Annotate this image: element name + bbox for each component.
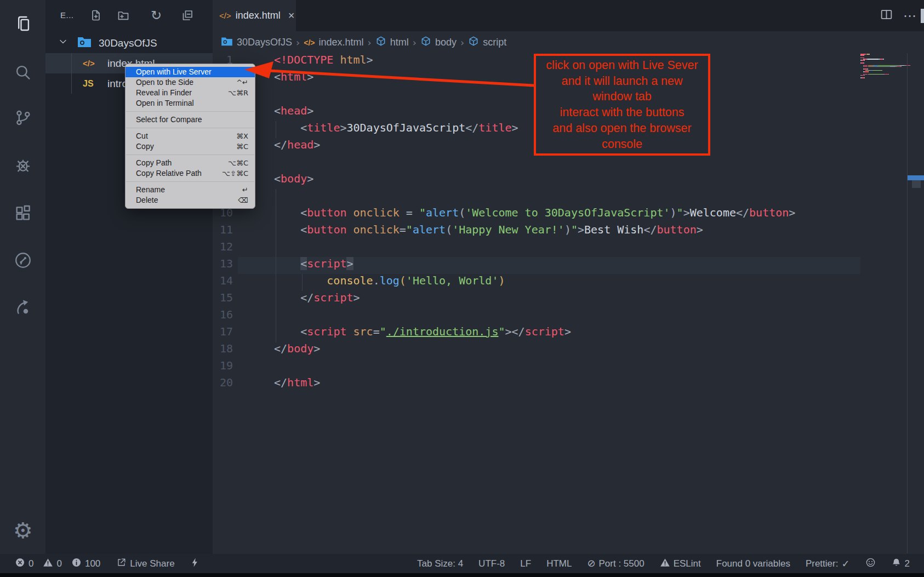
code-line-18[interactable]: 18</body> xyxy=(213,342,870,359)
overview-ruler-marker xyxy=(908,175,924,180)
annotation-text-line: window tab xyxy=(537,89,707,105)
code-line-17[interactable]: 17 <script src="./introduction.js"></scr… xyxy=(213,325,870,342)
context-menu-item-delete[interactable]: Delete⌫ xyxy=(126,195,255,205)
breadcrumb-separator: › xyxy=(413,37,417,48)
status-item-label: HTML xyxy=(546,558,572,569)
more-actions-icon[interactable]: ⋯ xyxy=(903,8,916,24)
code-line-13[interactable]: 13 <script> xyxy=(213,257,870,274)
refresh-icon[interactable]: ↻ xyxy=(149,8,164,23)
menu-separator xyxy=(126,111,254,112)
status-item-prettier-[interactable]: Prettier:✓ xyxy=(806,558,850,569)
menu-item-label: Copy xyxy=(136,141,154,152)
annotation-box: click on open with Live Severand it will… xyxy=(534,54,710,156)
status-item-label: 0 xyxy=(28,558,33,569)
code-line-15[interactable]: 15 </script> xyxy=(213,291,870,308)
breadcrumb-item-30DaysOfJS[interactable]: 30DaysOfJS xyxy=(221,36,292,49)
tab-index-html[interactable]: </> index.html × xyxy=(213,0,296,31)
context-menu-item-open-in-terminal[interactable]: Open in Terminal xyxy=(126,98,255,108)
explorer-title: E... xyxy=(60,10,74,20)
code-line-14[interactable]: 14 console.log('Hello, World') xyxy=(213,274,870,291)
status-bar: 00100Live Share Tab Size: 4UTF-8LFHTML⊘P… xyxy=(0,554,924,573)
status-item-live-share[interactable]: Live Share xyxy=(116,557,174,570)
context-menu-item-rename[interactable]: Rename↵ xyxy=(126,185,255,195)
split-editor-icon[interactable] xyxy=(880,8,893,24)
status-item-html[interactable]: HTML xyxy=(546,558,572,569)
minimap[interactable] xyxy=(860,54,904,79)
code-line-7[interactable]: 7 xyxy=(213,155,870,172)
code-text: </html> xyxy=(274,376,320,389)
live-share-icon[interactable] xyxy=(10,295,36,320)
status-item-label: Port : 5500 xyxy=(599,558,644,569)
breadcrumb-label: html xyxy=(390,37,409,48)
code-text: <title>30DaysOfJavaScript</title> xyxy=(274,121,518,134)
context-menu-item-open-with-live-server[interactable]: Open with Live Server xyxy=(126,67,255,77)
context-menu-item-copy-path[interactable]: Copy Path⌥⌘C xyxy=(126,158,255,168)
menu-item-label: Open with Live Server xyxy=(136,67,212,77)
status-item-0[interactable]: 0 xyxy=(43,557,61,570)
context-menu-item-copy[interactable]: Copy⌘C xyxy=(126,141,255,152)
menu-item-label: Rename xyxy=(136,185,165,195)
debug-icon[interactable] xyxy=(10,153,36,178)
code-line-9[interactable]: 9 xyxy=(213,189,870,206)
status-item-tab-size-4[interactable]: Tab Size: 4 xyxy=(417,558,463,569)
bell-icon xyxy=(891,557,902,570)
menu-item-shortcut: ↵ xyxy=(242,185,248,195)
code-text: <!DOCTYPE html> xyxy=(274,53,373,66)
annotation-text-line: and it will launch a new xyxy=(537,73,707,89)
search-icon[interactable] xyxy=(10,60,36,85)
source-control-icon[interactable] xyxy=(10,105,36,130)
code-line-12[interactable]: 12 xyxy=(213,240,870,257)
line-number: 11 xyxy=(213,223,233,236)
tree-root-folder[interactable]: 30DaysOfJS xyxy=(45,33,213,53)
annotation-text-line: interact with the buttons xyxy=(537,105,707,121)
scrollbar-thumb[interactable] xyxy=(912,180,921,188)
files-icon[interactable] xyxy=(10,11,36,36)
code-line-10[interactable]: 10 <button onclick = "alert('Welcome to … xyxy=(213,206,870,223)
html-file-icon: </> xyxy=(83,59,95,68)
status-item-found-0-variables[interactable]: Found 0 variables xyxy=(716,558,790,569)
status-item-label: UTF-8 xyxy=(478,558,505,569)
annotation-text-line: and also open the browser xyxy=(537,121,707,136)
status-item-utf-8[interactable]: UTF-8 xyxy=(478,558,505,569)
history-circle-icon[interactable] xyxy=(10,248,36,273)
status-item-smiley-icon[interactable] xyxy=(865,557,876,570)
code-line-20[interactable]: 20</html> xyxy=(213,376,870,393)
status-item-lf[interactable]: LF xyxy=(520,558,531,569)
breadcrumb-item-body[interactable]: body xyxy=(420,36,457,49)
window-bottom-edge xyxy=(0,573,924,577)
status-item-0[interactable]: 0 xyxy=(15,557,33,570)
context-menu-item-reveal-in-finder[interactable]: Reveal in Finder⌥⌘R xyxy=(126,88,255,98)
new-file-icon[interactable] xyxy=(88,8,104,23)
context-menu: Open with Live ServerOpen to the Side^↵R… xyxy=(125,64,255,209)
breadcrumb-label: 30DaysOfJS xyxy=(237,37,292,48)
code-text: <button onclick="alert('Happy New Year!'… xyxy=(274,223,703,236)
status-item-lightning-icon[interactable] xyxy=(190,557,200,570)
line-number: 12 xyxy=(213,240,233,253)
new-folder-icon[interactable] xyxy=(116,8,131,23)
chevron-down-icon xyxy=(58,36,69,50)
code-line-19[interactable]: 19 xyxy=(213,359,870,376)
extensions-icon[interactable] xyxy=(10,201,36,226)
status-item-100[interactable]: 100 xyxy=(71,557,100,570)
activity-bar: ⚙ xyxy=(0,0,45,554)
status-item-2[interactable]: 2 xyxy=(891,557,910,570)
menu-item-label: Open in Terminal xyxy=(136,98,194,108)
line-number: 16 xyxy=(213,308,233,321)
breadcrumb-item-script[interactable]: script xyxy=(468,36,506,49)
collapse-all-icon[interactable] xyxy=(180,8,195,23)
vscode-window: ⚙ E... ↻ 30DaysOfJS </> index.html JS in… xyxy=(0,0,924,577)
code-line-8[interactable]: 8<body> xyxy=(213,172,870,189)
code-line-16[interactable]: 16 xyxy=(213,308,870,325)
status-item-eslint[interactable]: ESLint xyxy=(660,557,701,570)
annotation-text-line: console xyxy=(537,136,707,152)
breadcrumb-item-html[interactable]: html xyxy=(375,36,409,49)
code-line-11[interactable]: 11 <button onclick="alert('Happy New Yea… xyxy=(213,223,870,240)
close-icon[interactable]: × xyxy=(288,9,295,22)
context-menu-item-cut[interactable]: Cut⌘X xyxy=(126,131,255,141)
context-menu-item-copy-relative-path[interactable]: Copy Relative Path⌥⇧⌘C xyxy=(126,168,255,179)
status-item-port-5500[interactable]: ⊘Port : 5500 xyxy=(587,558,644,569)
context-menu-item-select-for-compare[interactable]: Select for Compare xyxy=(126,115,255,125)
settings-gear-icon[interactable]: ⚙ xyxy=(10,518,36,543)
context-menu-item-open-to-the-side[interactable]: Open to the Side^↵ xyxy=(126,77,255,88)
breadcrumb-item-index.html[interactable]: </>index.html xyxy=(304,37,363,48)
